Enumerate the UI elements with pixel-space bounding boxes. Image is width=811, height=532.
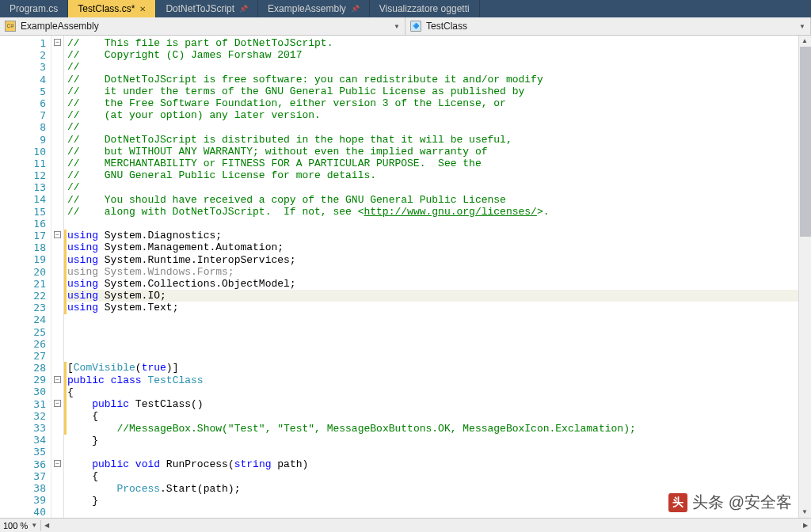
horizontal-scrollbar[interactable]: ◀ ▶ bbox=[41, 519, 811, 532]
line-number: 32 bbox=[0, 410, 46, 422]
line-number: 9 bbox=[0, 134, 46, 146]
code-content[interactable]: // This file is part of DotNetToJScript.… bbox=[67, 36, 811, 519]
code-line[interactable] bbox=[67, 338, 811, 350]
code-line[interactable]: // but WITHOUT ANY WARRANTY; without eve… bbox=[67, 146, 811, 158]
code-line[interactable]: //MessageBox.Show("Test", "Test", Messag… bbox=[67, 423, 811, 435]
code-line[interactable] bbox=[67, 350, 811, 362]
document-tab[interactable]: Program.cs bbox=[0, 0, 68, 17]
code-line[interactable] bbox=[67, 446, 811, 458]
document-tab[interactable]: ExampleAssembly📌 bbox=[258, 0, 370, 17]
line-number: 19 bbox=[0, 253, 46, 265]
line-number: 35 bbox=[0, 446, 46, 458]
class-dropdown[interactable]: 🔷 TestClass ▼ bbox=[406, 17, 811, 35]
code-line[interactable]: { bbox=[67, 470, 811, 482]
change-bar bbox=[64, 362, 67, 434]
code-line[interactable]: // bbox=[67, 181, 811, 193]
vertical-scrollbar[interactable]: ▲ ▼ bbox=[798, 36, 811, 518]
change-indicator-strip bbox=[64, 36, 67, 519]
code-line[interactable]: // MERCHANTABILITY or FITNESS FOR A PART… bbox=[67, 158, 811, 169]
line-number: 16 bbox=[0, 218, 46, 230]
code-line[interactable]: // bbox=[67, 121, 811, 133]
line-number: 10 bbox=[0, 146, 46, 158]
scroll-down-icon[interactable]: ▼ bbox=[799, 507, 810, 518]
code-line[interactable]: // DotNetToJScript is free software: you… bbox=[67, 74, 811, 86]
code-line[interactable]: // GNU General Public License for more d… bbox=[67, 169, 811, 181]
code-line[interactable]: { bbox=[67, 410, 811, 422]
code-line[interactable]: // Copyright (C) James Forshaw 2017 bbox=[67, 49, 811, 61]
line-number: 5 bbox=[0, 86, 46, 97]
chevron-down-icon: ▼ bbox=[799, 23, 805, 30]
scope-text: ExampleAssembly bbox=[21, 21, 389, 32]
line-number: 11 bbox=[0, 158, 46, 169]
scroll-left-icon[interactable]: ◀ bbox=[41, 520, 52, 531]
line-number: 17 bbox=[0, 230, 46, 241]
code-line[interactable]: // You should have received a copy of th… bbox=[67, 194, 811, 206]
outline-toggle[interactable]: − bbox=[54, 231, 61, 238]
code-line[interactable]: public void RunProcess(string path) bbox=[67, 458, 811, 470]
document-tab[interactable]: TestClass.cs*✕ bbox=[68, 0, 156, 17]
code-line[interactable] bbox=[67, 326, 811, 338]
line-number: 29 bbox=[0, 374, 46, 386]
code-line[interactable]: // the Free Software Foundation, either … bbox=[67, 97, 811, 109]
line-number: 23 bbox=[0, 302, 46, 314]
document-tab[interactable]: DotNetToJScript📌 bbox=[156, 0, 258, 17]
code-line[interactable]: using System.Text; bbox=[67, 302, 811, 314]
code-line[interactable]: public TestClass() bbox=[67, 398, 811, 410]
document-tab-bar: Program.csTestClass.cs*✕DotNetToJScript📌… bbox=[0, 0, 811, 17]
code-line[interactable]: using System.Collections.ObjectModel; bbox=[67, 278, 811, 290]
line-number: 24 bbox=[0, 314, 46, 325]
zoom-value: 100 % bbox=[3, 521, 28, 530]
line-number: 7 bbox=[0, 109, 46, 121]
line-number: 22💡 bbox=[0, 290, 46, 302]
code-line[interactable]: // (at your option) any later version. bbox=[67, 109, 811, 121]
code-line[interactable] bbox=[67, 314, 811, 326]
code-line[interactable]: // along with DotNetToJScript. If not, s… bbox=[67, 206, 811, 218]
code-line[interactable] bbox=[67, 218, 811, 230]
scroll-up-icon[interactable]: ▲ bbox=[799, 36, 810, 47]
code-line[interactable]: } bbox=[67, 435, 811, 446]
scroll-thumb[interactable] bbox=[800, 47, 811, 237]
pin-icon: 📌 bbox=[351, 5, 360, 13]
line-number: 38 bbox=[0, 482, 46, 494]
line-number: 13 bbox=[0, 181, 46, 193]
outline-toggle[interactable]: − bbox=[54, 460, 61, 467]
close-icon[interactable]: ✕ bbox=[139, 5, 146, 13]
outline-toggle[interactable]: − bbox=[54, 376, 61, 383]
code-line[interactable]: using System.Runtime.InteropServices; bbox=[67, 254, 811, 266]
code-line[interactable]: using System.IO; bbox=[67, 290, 811, 302]
change-bar bbox=[64, 230, 67, 314]
tab-label: ExampleAssembly bbox=[268, 3, 346, 14]
line-number: 3 bbox=[0, 61, 46, 73]
line-number: 1 bbox=[0, 37, 46, 49]
code-line[interactable]: { bbox=[67, 386, 811, 398]
line-number: 39 bbox=[0, 494, 46, 506]
code-line[interactable]: public class TestClass bbox=[67, 374, 811, 386]
outline-toggle[interactable]: − bbox=[54, 400, 61, 407]
line-number: 14 bbox=[0, 193, 46, 205]
code-line[interactable]: using System.Windows.Forms; bbox=[67, 266, 811, 278]
code-line[interactable]: using System.Diagnostics; bbox=[67, 230, 811, 241]
scope-dropdown[interactable]: C# ExampleAssembly ▼ bbox=[0, 17, 406, 35]
line-number-gutter: 12345678910111213141516171819202122💡2324… bbox=[0, 36, 51, 519]
line-number: 18 bbox=[0, 241, 46, 253]
zoom-selector[interactable]: 100 % ▼ bbox=[0, 520, 41, 531]
code-line[interactable]: using System.Management.Automation; bbox=[67, 241, 811, 253]
outline-strip: −−−−− bbox=[51, 36, 64, 519]
watermark-text: 头条 @安全客 bbox=[692, 492, 792, 513]
line-number: 2 bbox=[0, 49, 46, 61]
code-line[interactable]: // This file is part of DotNetToJScript. bbox=[67, 37, 811, 49]
line-number: 4 bbox=[0, 74, 46, 86]
line-number: 28 bbox=[0, 362, 46, 374]
line-number: 26 bbox=[0, 338, 46, 350]
scroll-right-icon[interactable]: ▶ bbox=[800, 520, 811, 531]
line-number: 15 bbox=[0, 206, 46, 218]
chevron-down-icon: ▼ bbox=[394, 23, 400, 30]
code-line[interactable]: // DotNetToJScript is distributed in the… bbox=[67, 134, 811, 146]
document-tab[interactable]: Visualizzatore oggetti bbox=[370, 0, 480, 17]
outline-toggle[interactable]: − bbox=[54, 39, 61, 46]
code-line[interactable]: // it under the terms of the GNU General… bbox=[67, 86, 811, 97]
code-editor[interactable]: 12345678910111213141516171819202122💡2324… bbox=[0, 36, 811, 519]
code-line[interactable]: [ComVisible(true)] bbox=[67, 362, 811, 374]
code-line[interactable]: // bbox=[67, 61, 811, 73]
navigation-bar: C# ExampleAssembly ▼ 🔷 TestClass ▼ bbox=[0, 17, 811, 36]
